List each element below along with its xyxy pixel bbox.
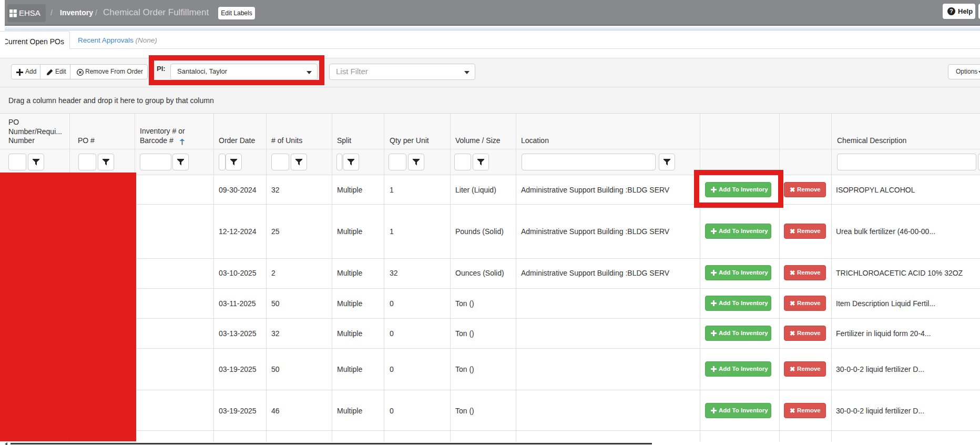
- svg-text:?: ?: [950, 8, 953, 14]
